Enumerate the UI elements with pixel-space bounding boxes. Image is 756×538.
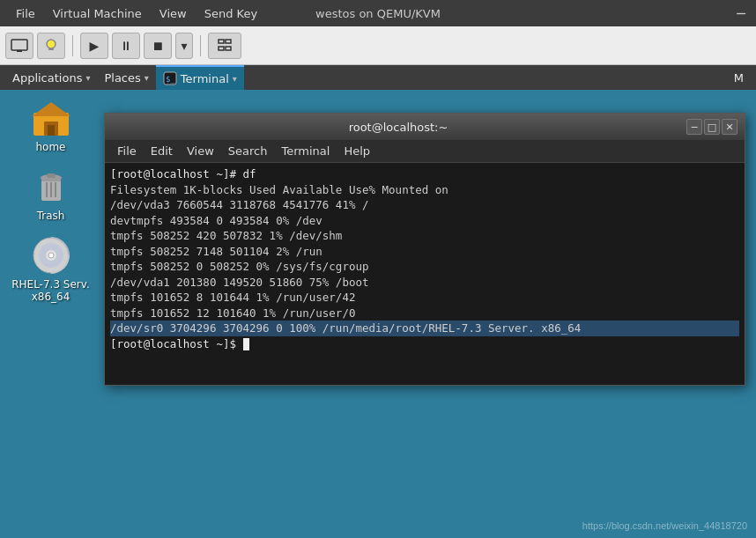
svg-rect-4 [219, 40, 224, 43]
svg-text:$_: $_ [166, 75, 175, 84]
panel-right-label: M [734, 71, 751, 85]
terminal-command-line: [root@localhost ~]# df [110, 166, 739, 182]
terminal-content[interactable]: [root@localhost ~]# df Filesystem 1K-blo… [105, 163, 745, 385]
svg-rect-7 [226, 47, 231, 50]
svg-rect-20 [47, 173, 56, 178]
terminal-menubar: File Edit View Search Terminal Help [105, 140, 745, 163]
trash-label: Trash [37, 210, 65, 222]
home-folder-icon [30, 97, 72, 139]
desktop: home Trash [0, 90, 101, 538]
terminal-help-menu[interactable]: Help [337, 143, 377, 159]
terminal-search-menu[interactable]: Search [221, 143, 275, 159]
terminal-title: root@localhost:~ [112, 121, 685, 134]
monitor-button[interactable] [5, 33, 33, 59]
svg-rect-5 [226, 40, 231, 43]
places-menu[interactable]: Places ▾ [97, 65, 155, 90]
trash-bin-icon [30, 166, 72, 208]
terminal-view-menu[interactable]: View [180, 143, 221, 159]
terminal-maximize-btn[interactable]: □ [704, 119, 720, 135]
terminal-terminal-menu[interactable]: Terminal [274, 143, 337, 159]
stop-button[interactable]: ⏹ [144, 33, 172, 59]
terminal-label: Terminal [181, 72, 229, 85]
places-label: Places [104, 71, 140, 85]
svg-rect-3 [48, 48, 54, 50]
svg-rect-16 [41, 178, 61, 181]
lightbulb-button[interactable] [37, 33, 65, 59]
rhel-dvd-icon[interactable]: RHEL-7.3 Serv. x86_64 [7, 229, 95, 308]
home-icon[interactable]: home [7, 92, 95, 158]
stop-dropdown[interactable]: ▾ [175, 33, 193, 59]
terminal-titlebar: root@localhost:~ ─ □ ✕ [105, 114, 745, 140]
svg-point-2 [47, 40, 56, 48]
terminal-highlighted-row: /dev/sr0 3704296 3704296 0 100% /run/med… [110, 321, 739, 336]
rhel-label: RHEL-7.3 Serv. x86_64 [11, 278, 91, 303]
svg-rect-1 [17, 50, 22, 52]
pause-button[interactable]: ⏸ [112, 33, 140, 59]
svg-marker-11 [32, 102, 70, 116]
terminal-row: /dev/vda1 201380 149520 51860 75% /boot [110, 275, 739, 291]
cd-dvd-icon [30, 234, 72, 276]
applications-label: Applications [12, 71, 82, 85]
window-title: westos on QEMU/KVM [315, 7, 441, 20]
terminal-row: tmpfs 101652 8 101644 1% /run/user/42 [110, 290, 739, 306]
terminal-close-btn[interactable]: ✕ [722, 119, 737, 135]
terminal-window: root@localhost:~ ─ □ ✕ File Edit View Se… [104, 113, 745, 386]
terminal-row: devtmpfs 493584 0 493584 0% /dev [110, 213, 739, 229]
terminal-row: tmpfs 101652 12 101640 1% /run/user/0 [110, 306, 739, 321]
places-arrow: ▾ [145, 73, 149, 83]
send-key-menu[interactable]: Send Key [196, 5, 266, 22]
minimize-button[interactable]: ─ [733, 5, 749, 21]
play-button[interactable]: ▶ [80, 33, 108, 59]
svg-rect-13 [48, 125, 55, 136]
watermark: https://blog.csdn.net/weixin_44818720 [582, 520, 747, 531]
main-toolbar: ▶ ⏸ ⏹ ▾ [0, 26, 756, 65]
svg-rect-0 [11, 40, 27, 50]
view-menu[interactable]: View [151, 5, 196, 22]
terminal-row: tmpfs 508252 0 508252 0% /sys/fs/cgroup [110, 259, 739, 275]
trash-icon[interactable]: Trash [7, 160, 95, 227]
terminal-edit-menu[interactable]: Edit [144, 143, 180, 159]
applications-arrow: ▾ [85, 73, 90, 83]
terminal-arrow: ▾ [233, 74, 237, 84]
terminal-row: tmpfs 508252 7148 501104 2% /run [110, 244, 739, 260]
svg-rect-6 [219, 47, 224, 50]
terminal-output-rows: /dev/vda3 7660544 3118768 4541776 41% /d… [110, 197, 739, 321]
file-menu[interactable]: File [7, 5, 44, 22]
terminal-minimize-btn[interactable]: ─ [686, 119, 702, 135]
window-titlebar: File Virtual Machine View Send Key westo… [0, 0, 756, 26]
applications-menu[interactable]: Applications ▾ [5, 65, 97, 90]
separator-2 [200, 35, 201, 56]
gnome-panel: Applications ▾ Places ▾ $_ Terminal ▾ M [0, 65, 756, 90]
fullscreen-button[interactable] [208, 33, 241, 59]
terminal-menu[interactable]: $_ Terminal ▾ [156, 65, 244, 90]
virtual-machine-menu[interactable]: Virtual Machine [44, 5, 151, 22]
terminal-icon: $_ [163, 71, 177, 85]
svg-point-24 [48, 253, 54, 258]
terminal-row: /dev/vda3 7660544 3118768 4541776 41% / [110, 197, 739, 213]
terminal-header-row: Filesystem 1K-blocks Used Available Use%… [110, 182, 739, 198]
home-label: home [35, 141, 65, 153]
terminal-prompt-line: [root@localhost ~]$ [110, 336, 739, 352]
separator-1 [72, 35, 73, 56]
terminal-file-menu[interactable]: File [110, 143, 144, 159]
terminal-row: tmpfs 508252 420 507832 1% /dev/shm [110, 228, 739, 244]
